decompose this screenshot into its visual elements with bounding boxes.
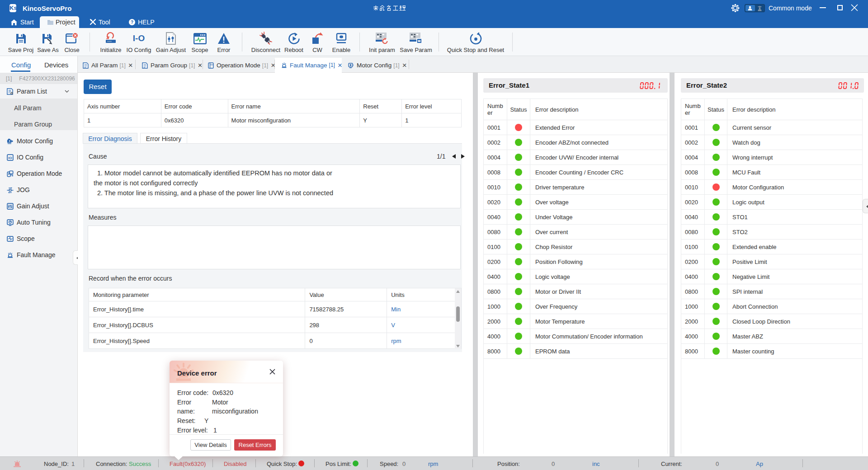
svg-text:?: ? (131, 20, 133, 25)
svg-text:IO: IO (8, 155, 12, 160)
